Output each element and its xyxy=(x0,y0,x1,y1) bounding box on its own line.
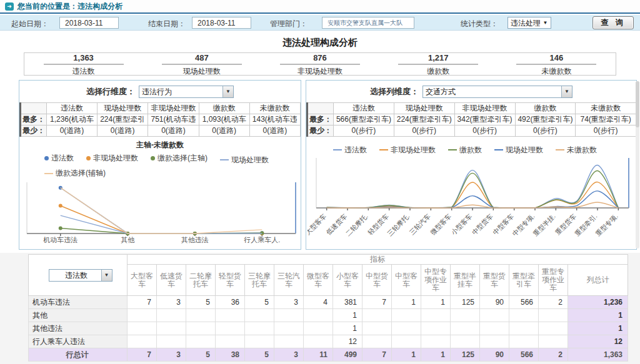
scrollbar[interactable] xyxy=(636,81,639,248)
legend-item[interactable]: 缴款数 xyxy=(448,145,482,155)
column-dimension-chart: 大型客车低速货车二轮摩托.轻型货车三轮摩托.三轮汽车微型客车小型客车中型货车中型… xyxy=(308,155,635,249)
pivot-column-header: 三轮汽车 xyxy=(274,265,304,296)
pivot-cell xyxy=(186,335,216,348)
pivot-cell xyxy=(362,309,392,322)
mini-row: 最少：0(道路)0(道路)0(道路)0(道路)0(道路) xyxy=(21,125,301,137)
end-date-input[interactable] xyxy=(192,17,251,29)
chevron-down-icon[interactable]: ▼ xyxy=(222,86,233,97)
pivot-metric-cell: 违法数 ▼ xyxy=(29,255,128,296)
mini-column-header: 缴款数 xyxy=(515,103,576,114)
legend-symbol xyxy=(151,156,155,160)
pivot-cell xyxy=(245,309,274,322)
row-dimension-select[interactable]: 违法行为 ▼ xyxy=(139,86,234,98)
legend-item[interactable]: 非现场处理数 xyxy=(379,145,436,155)
pivot-cell xyxy=(186,322,216,335)
pivot-cell xyxy=(157,335,186,348)
svg-text:微型客车: 微型客车 xyxy=(429,212,453,236)
pivot-column-header: 二轮摩托车 xyxy=(186,265,216,296)
arrow-right-icon: ➜ xyxy=(5,2,14,11)
stat-type-select[interactable]: 违法处理 ▼ xyxy=(508,17,551,29)
legend-label: 非现场处理数 xyxy=(93,153,138,164)
scrollbar-thumb[interactable] xyxy=(636,81,639,127)
query-button[interactable]: 查 询 xyxy=(592,16,634,29)
start-date-input[interactable] xyxy=(59,17,119,29)
legend-symbol xyxy=(556,149,564,150)
department-input[interactable] xyxy=(322,17,414,29)
svg-text:行人乘车人.: 行人乘车人. xyxy=(244,236,280,243)
pivot-column-header: 重型半挂车 xyxy=(451,265,480,296)
legend-row: 缴款选择(辅轴) xyxy=(19,165,301,179)
legend-row: 违法数非现场处理数缴款数现场处理数未缴款数 xyxy=(306,142,636,155)
filter-bar: 起始日期： 结束日期： 管理部门： 统计类型： 违法处理 ▼ 查 询 xyxy=(0,15,640,31)
summary-stat-label: 非现场处理数 xyxy=(261,66,379,77)
legend-label: 未缴款数 xyxy=(567,145,597,155)
pivot-cell: 381 xyxy=(333,296,362,309)
legend-item[interactable]: 未缴款数 xyxy=(556,145,597,155)
pivot-cell xyxy=(509,335,539,348)
pivot-cell xyxy=(451,335,480,348)
svg-text:重型牵引.: 重型牵引. xyxy=(573,212,598,237)
pivot-cell xyxy=(216,309,245,322)
pivot-total-cell: 566 xyxy=(509,348,539,362)
pivot-cell xyxy=(451,322,480,335)
pivot-cell: 7 xyxy=(128,296,157,309)
pivot-column-header: 中型货车 xyxy=(362,265,392,296)
pivot-row-label: 其他违法 xyxy=(29,322,128,335)
legend-item[interactable]: 非现场处理数 xyxy=(86,153,138,164)
svg-text:重型半挂.: 重型半挂. xyxy=(531,212,556,237)
legend-label: 缴款选择(主轴) xyxy=(158,153,208,164)
legend-item[interactable]: 现场处理数 xyxy=(220,155,269,165)
pivot-total-cell: 499 xyxy=(333,348,362,362)
summary-stat: 1,363违法数 xyxy=(24,52,142,77)
legend-label: 缴款选择(辅轴) xyxy=(56,168,106,179)
row-dimension-label: 选择行维度： xyxy=(86,86,135,97)
legend-item[interactable]: 违法数 xyxy=(44,153,74,164)
pivot-total-cell: 5 xyxy=(186,348,216,362)
chevron-down-icon[interactable]: ▼ xyxy=(101,270,112,281)
chevron-down-icon[interactable]: ▼ xyxy=(540,17,551,28)
legend-item[interactable]: 现场处理数 xyxy=(494,145,543,155)
pivot-cell xyxy=(157,309,186,322)
summary-stat-label: 未缴款数 xyxy=(498,66,616,77)
pivot-cell: 1 xyxy=(333,309,362,322)
pivot-cell xyxy=(274,309,304,322)
mini-cell: 0(步行) xyxy=(394,125,454,137)
mini-cell: 0(道路) xyxy=(249,125,300,137)
pivot-total-cell: 90 xyxy=(480,348,509,362)
summary-stat: 876非现场处理数 xyxy=(261,52,379,77)
svg-text:二轮摩托.: 二轮摩托. xyxy=(344,212,369,237)
pivot-cell xyxy=(539,322,568,335)
mini-cell: 0(道路) xyxy=(98,125,148,137)
legend-symbol xyxy=(86,156,91,160)
pivot-cell: 5 xyxy=(186,296,216,309)
legend-item[interactable]: 违法数 xyxy=(333,145,367,155)
svg-text:小型客车: 小型客车 xyxy=(449,212,474,236)
mini-cell: 0(步行) xyxy=(334,125,394,137)
mini-row: 最多：1,236(机动车224(重型牵引751(机动车违1,093(机动车143… xyxy=(21,114,301,125)
summary-stat-value: 1,363 xyxy=(44,53,124,65)
mini-cell: 751(机动车违 xyxy=(148,114,199,125)
pivot-total-cell: 11 xyxy=(304,348,333,362)
summary-box: 1,363违法数487现场处理数876非现场处理数1,217缴款数146未缴款数 xyxy=(24,52,616,76)
column-dimension-selector-row: 选择列维度： 交通方式 ▼ xyxy=(306,86,636,98)
pivot-cell: 3 xyxy=(157,296,186,309)
mini-column-header: 缴款数 xyxy=(199,103,249,114)
legend-symbol xyxy=(44,156,49,160)
pivot-cell xyxy=(480,322,509,335)
legend-item[interactable]: 缴款选择(主轴) xyxy=(151,153,208,164)
pivot-column-header: 微型客车 xyxy=(304,265,333,296)
pivot-cell: 1 xyxy=(333,322,362,335)
column-dimension-select[interactable]: 交通方式 ▼ xyxy=(422,86,572,98)
legend-item[interactable]: 缴款选择(辅轴) xyxy=(44,168,106,179)
pivot-cell xyxy=(216,335,245,348)
metric-select[interactable]: 违法数 ▼ xyxy=(49,269,112,282)
chevron-down-icon[interactable]: ▼ xyxy=(561,86,572,97)
mini-cell: 342(重型牵引车) xyxy=(454,114,515,125)
mini-header-row: 违法数现场处理数非现场处理数缴款数未缴款数 xyxy=(21,103,301,114)
pivot-cell: 1 xyxy=(392,296,421,309)
pivot-cell xyxy=(392,335,421,348)
start-date-label: 起始日期： xyxy=(11,19,49,29)
legend-symbol xyxy=(333,149,342,150)
row-dimension-chart: 机动车违法其他其他违法行人乘车人. xyxy=(21,179,299,250)
column-dimension-panel: 选择列维度： 交通方式 ▼ 违法数现场处理数非现场处理数缴款数未缴款数最多：56… xyxy=(306,80,637,250)
